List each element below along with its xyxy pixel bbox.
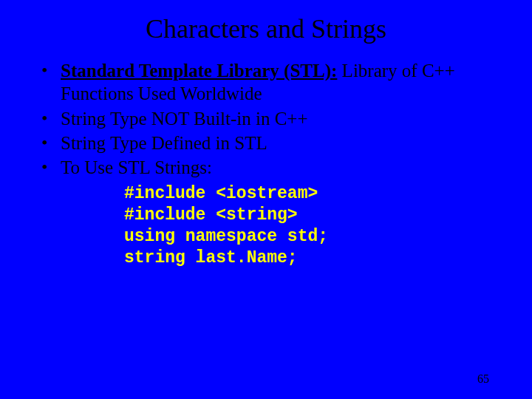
bullet-text: To Use STL Strings:	[61, 157, 212, 177]
code-line: #include <string>	[124, 205, 502, 226]
bullet-list: Standard Template Library (STL): Library…	[37, 59, 502, 179]
bullet-bold-text: Standard Template Library (STL):	[61, 61, 337, 81]
bullet-item: String Type Defined in STL	[37, 132, 502, 154]
bullet-item: Standard Template Library (STL): Library…	[37, 59, 502, 106]
bullet-item: To Use STL Strings:	[37, 156, 502, 179]
slide-content: Standard Template Library (STL): Library…	[0, 59, 532, 268]
bullet-text: String Type NOT Built-in in C++	[61, 109, 308, 129]
code-line: #include <iostream>	[124, 183, 502, 205]
slide-title: Characters and Strings	[0, 0, 532, 59]
bullet-item: String Type NOT Built-in in C++	[37, 107, 502, 130]
page-number: 65	[477, 372, 489, 386]
code-block: #include <iostream> #include <string> us…	[37, 180, 502, 268]
bullet-text: String Type Defined in STL	[61, 133, 267, 153]
code-line: using namespace std;	[124, 226, 502, 248]
code-line: string last.Name;	[124, 248, 502, 269]
